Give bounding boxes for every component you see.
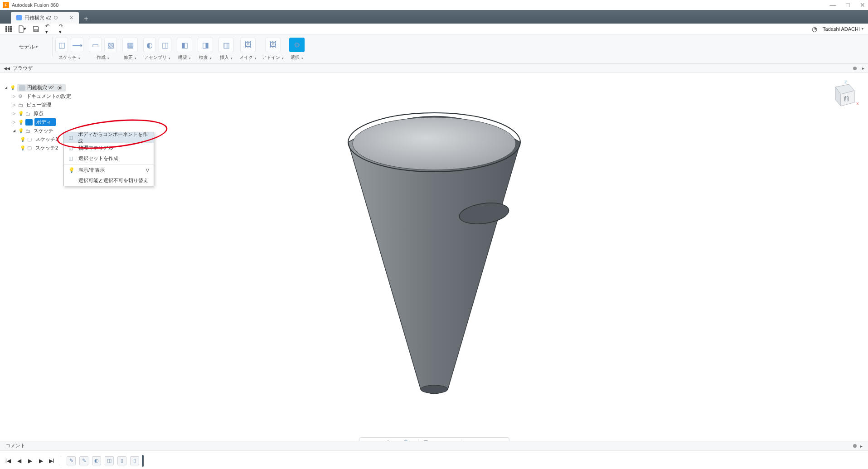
data-panel-icon[interactable] [5,25,13,33]
ribbon-group: ◧構築 [174,37,195,63]
ribbon-group: ▥挿入 [216,37,237,63]
ribbon-tool-icon[interactable]: ◨ [198,38,213,52]
ribbon-group: ▭▧作成 [86,37,120,63]
svg-point-16 [353,117,516,170]
tab-close-icon[interactable]: ✕ [69,15,73,21]
document-tab[interactable]: 円錐横穴 v2 ✕ [11,12,79,24]
timeline-end-icon[interactable]: ▶I [48,458,55,464]
3d-viewport[interactable]: Z 前 X [0,73,868,440]
ribbon-group: ◐◫アセンブリ [141,37,174,63]
svg-rect-4 [8,28,10,30]
ribbon-group: ◫⟶スケッチ [53,37,86,63]
unsaved-indicator-icon [54,16,58,19]
workspace-selector[interactable]: モデル [4,37,53,56]
ribbon-group-label[interactable]: アドイン [262,53,284,63]
timeline-start-icon[interactable]: I◀ [5,458,12,464]
ribbon-group: ◨検査 [195,37,216,63]
file-menu-icon[interactable]: ▾ [18,25,26,33]
timeline-feature-revolve[interactable]: ◐ [92,456,101,465]
title-bar: F Autodesk Fusion 360 — □ ✕ [0,0,868,10]
browser-title: ブラウザ [13,65,33,72]
ribbon-group-label[interactable]: 構築 [178,53,191,63]
svg-rect-3 [5,28,7,30]
ribbon-tool-icon[interactable]: 🖼 [240,38,256,52]
svg-rect-8 [10,30,12,32]
ribbon-group: ⚙選択 [286,37,307,63]
ribbon-group: ▦修正 [120,37,141,63]
viewcube-face-label: 前 [844,95,849,102]
ribbon-tool-icon[interactable]: ▭ [89,38,102,52]
svg-rect-9 [34,29,38,31]
svg-rect-1 [8,26,10,28]
svg-rect-7 [8,30,10,32]
svg-rect-6 [5,30,7,32]
pin-icon[interactable]: ◀◀ [4,66,10,71]
timeline-feature-sketch[interactable]: ✎ [79,456,88,465]
minimize-button[interactable]: — [830,1,836,9]
close-button[interactable]: ✕ [860,1,865,9]
ribbon-tool-icon[interactable]: ◐ [143,38,156,52]
ribbon-toolbar: モデル ◫⟶スケッチ▭▧作成▦修正◐◫アセンブリ◧構築◨検査▥挿入🖼メイク🖼アド… [0,34,868,64]
workspace-label: モデル [19,43,35,51]
comments-close-dot-icon[interactable] [853,444,857,448]
ribbon-group-label[interactable]: 選択 [291,53,303,63]
ribbon-group-label[interactable]: スケッチ [58,53,80,63]
tab-title: 円錐横穴 v2 [24,15,51,21]
ribbon-tool-icon[interactable]: ▦ [122,38,138,52]
timeline-play-icon[interactable]: ▶ [26,458,34,464]
ribbon-tool-icon[interactable]: 🖼 [265,38,281,52]
timeline-step-back-icon[interactable]: ◀ [15,458,23,464]
user-menu[interactable]: Tadashi ADACHI [823,26,863,32]
ribbon-group-label[interactable]: 修正 [124,53,136,63]
viewcube[interactable]: Z 前 X [823,78,854,110]
svg-rect-2 [10,26,12,28]
undo-icon[interactable]: ↶ ▾ [45,25,53,33]
window-controls: — □ ✕ [830,1,865,9]
timeline-feature-extrude[interactable]: ▯ [130,456,139,465]
ribbon-tool-icon[interactable]: ◫ [159,38,171,52]
timeline: I◀ ◀ ▶ ▶ ▶I ✎ ✎ ◐ ◫ ▯ ▯ [0,452,868,469]
quick-access-toolbar: ▾ ↶ ▾ ↷ ▾ ◔ Tadashi ADACHI [0,24,868,34]
ribbon-tool-icon[interactable]: ⟶ [71,38,83,52]
browser-collapse-icon[interactable]: ▸ [862,66,864,71]
new-tab-button[interactable]: ＋ [81,14,92,24]
svg-text:X: X [856,102,859,106]
app-icon: F [3,2,9,8]
ribbon-group-label[interactable]: 検査 [199,53,212,63]
svg-point-18 [421,385,448,393]
app-title: Autodesk Fusion 360 [12,2,58,8]
browser-close-dot-icon[interactable] [853,67,857,70]
svg-text:Z: Z [844,80,847,84]
redo-icon[interactable]: ↷ ▾ [59,25,67,33]
ribbon-group: 🖼アドイン [259,37,286,63]
ribbon-group-label[interactable]: 挿入 [220,53,233,63]
ribbon-tool-icon[interactable]: ◧ [177,38,192,52]
svg-rect-0 [5,26,7,28]
timeline-feature-extrude[interactable]: ▯ [117,456,126,465]
ribbon-tool-icon[interactable]: ◫ [55,38,68,52]
maximize-button[interactable]: □ [846,1,850,9]
save-icon[interactable] [32,25,40,33]
job-status-icon[interactable]: ◔ [812,25,817,33]
ribbon-group: 🖼メイク [237,37,259,63]
browser-panel-header: ◀◀ ブラウザ ▸ [0,64,868,73]
tab-strip: 円錐横穴 v2 ✕ ＋ [0,10,868,24]
ribbon-group-label[interactable]: アセンブリ [144,53,170,63]
ribbon-group-label[interactable]: メイク [239,53,257,63]
ribbon-tool-icon[interactable]: ▥ [218,38,234,52]
ribbon-tool-icon[interactable]: ▧ [104,38,117,52]
comments-panel-header: コメント ▸ [0,441,868,451]
timeline-separator [61,456,61,466]
timeline-feature-sketch[interactable]: ✎ [67,456,76,465]
ribbon-tool-icon[interactable]: ⚙ [289,38,305,52]
3d-model-cone [339,99,529,398]
timeline-marker[interactable] [142,455,144,467]
comments-collapse-icon[interactable]: ▸ [860,444,863,449]
ribbon-group-label[interactable]: 作成 [97,53,109,63]
svg-rect-5 [10,28,12,30]
document-icon [16,15,22,20]
timeline-step-forward-icon[interactable]: ▶ [37,458,44,464]
timeline-feature-shell[interactable]: ◫ [105,456,114,465]
comments-label: コメント [5,443,25,449]
